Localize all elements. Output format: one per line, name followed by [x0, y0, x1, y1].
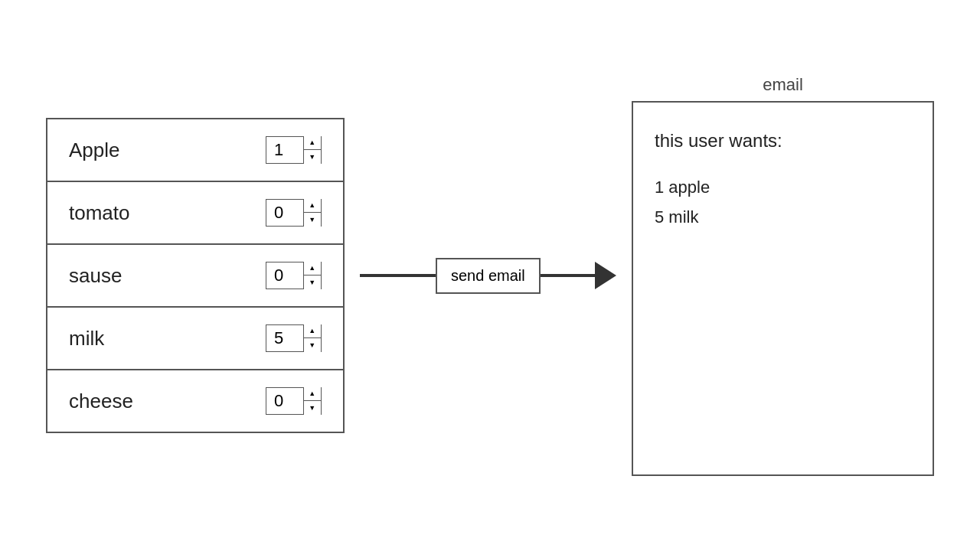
item-label-cheese: cheese	[69, 390, 133, 413]
spinner-down-milk[interactable]: ▼	[304, 338, 321, 352]
spinner-buttons-tomato: ▲ ▼	[303, 199, 321, 227]
item-row-sause: sause ▲ ▼	[47, 245, 343, 308]
spinner-buttons-milk: ▲ ▼	[303, 324, 321, 352]
spinner-input-apple[interactable]	[266, 137, 303, 163]
arrow-head-icon	[595, 262, 616, 289]
spinner-down-cheese[interactable]: ▼	[304, 401, 321, 415]
item-spinner-sause: ▲ ▼	[266, 262, 322, 289]
email-line-1: 1 apple	[655, 172, 911, 203]
send-email-button[interactable]: send email	[436, 258, 541, 294]
item-spinner-milk: ▲ ▼	[266, 324, 322, 352]
item-row-apple: Apple ▲ ▼	[47, 119, 343, 182]
item-label-apple: Apple	[69, 139, 120, 162]
spinner-down-apple[interactable]: ▼	[304, 150, 321, 164]
item-row-milk: milk ▲ ▼	[47, 308, 343, 370]
item-spinner-cheese: ▲ ▼	[266, 387, 322, 415]
item-label-sause: sause	[69, 264, 122, 288]
spinner-input-milk[interactable]	[266, 325, 303, 351]
spinner-up-cheese[interactable]: ▲	[304, 387, 321, 401]
email-panel: this user wants: 1 apple 5 milk	[632, 101, 934, 476]
item-row-cheese: cheese ▲ ▼	[47, 370, 343, 432]
spinner-buttons-sause: ▲ ▼	[303, 262, 321, 289]
item-row-tomato: tomato ▲ ▼	[47, 182, 343, 245]
spinner-input-tomato[interactable]	[266, 200, 303, 226]
item-label-tomato: tomato	[69, 201, 130, 225]
spinner-down-sause[interactable]: ▼	[304, 276, 321, 289]
spinner-input-cheese[interactable]	[266, 388, 303, 414]
email-label: email	[763, 75, 803, 95]
spinner-buttons-cheese: ▲ ▼	[303, 387, 321, 415]
spinner-input-sause[interactable]	[266, 262, 303, 289]
spinner-up-sause[interactable]: ▲	[304, 262, 321, 276]
spinner-up-milk[interactable]: ▲	[304, 324, 321, 338]
email-line-2: 5 milk	[655, 202, 911, 233]
spinner-buttons-apple: ▲ ▼	[303, 136, 321, 164]
middle-section: send email	[360, 258, 616, 294]
item-list-panel: Apple ▲ ▼ tomato ▲ ▼ sause	[46, 118, 345, 433]
spinner-down-tomato[interactable]: ▼	[304, 213, 321, 227]
spinner-up-tomato[interactable]: ▲	[304, 199, 321, 213]
email-header: this user wants:	[655, 126, 911, 157]
item-spinner-tomato: ▲ ▼	[266, 199, 322, 227]
email-content: 1 apple 5 milk	[655, 172, 911, 233]
email-panel-wrapper: email this user wants: 1 apple 5 milk	[632, 75, 934, 476]
spinner-up-apple[interactable]: ▲	[304, 136, 321, 150]
item-spinner-apple: ▲ ▼	[266, 136, 322, 164]
item-label-milk: milk	[69, 327, 104, 350]
